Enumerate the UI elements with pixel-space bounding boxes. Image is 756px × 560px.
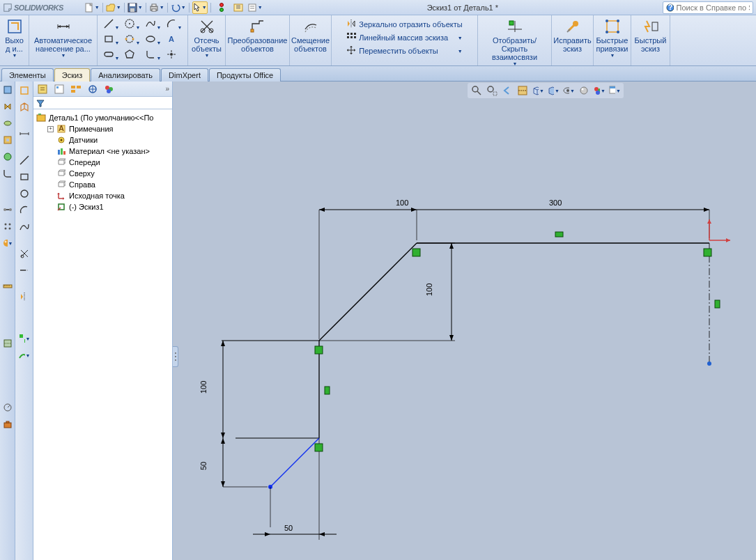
- svg-point-101: [107, 89, 111, 93]
- slot-tool[interactable]: ▼: [103, 49, 120, 61]
- tree-sensors[interactable]: Датчики: [35, 134, 171, 146]
- fillet-feat-icon[interactable]: [2, 168, 13, 179]
- tab-office[interactable]: Продукты Office: [209, 68, 281, 81]
- linear-pattern-button[interactable]: Линейный массив эскиза▼: [345, 31, 463, 44]
- tab-evaluate[interactable]: Анализировать: [91, 68, 160, 81]
- cut-revolve-icon[interactable]: [2, 151, 13, 162]
- undo-button[interactable]: ▼: [171, 1, 186, 14]
- help-search[interactable]: ?: [663, 1, 753, 14]
- circle-tool[interactable]: ▼: [124, 18, 141, 31]
- svg-text:100: 100: [396, 199, 408, 207]
- tree-origin[interactable]: Исходная точка: [35, 190, 171, 201]
- point-tool[interactable]: [166, 49, 183, 61]
- exit-sketch-button[interactable]: Выхо д и... ▼: [3, 17, 25, 59]
- tree-annotations[interactable]: + A Примечания: [35, 123, 171, 134]
- mate-icon[interactable]: [2, 204, 13, 215]
- print-button[interactable]: ▼: [149, 1, 164, 14]
- graphics-area[interactable]: ▼ ▼ ▼ ▼ ▼ 100 300: [173, 81, 756, 560]
- smart-dimension-button[interactable]: Автоматическое нанесение ра... ▼: [33, 17, 93, 59]
- arc2-icon[interactable]: [18, 204, 31, 217]
- svg-rect-110: [63, 151, 65, 155]
- trim-button[interactable]: Отсечь объекты ▼: [190, 17, 223, 59]
- dimension-50-v[interactable]: 50: [199, 438, 268, 487]
- tree-show-icon[interactable]: [36, 83, 49, 95]
- svg-rect-76: [6, 421, 9, 423]
- ellipse-tool[interactable]: ▼: [145, 33, 162, 46]
- circ-icon[interactable]: [18, 187, 31, 200]
- select-button[interactable]: ▼: [192, 1, 208, 14]
- tree-display-icon[interactable]: [86, 83, 99, 95]
- new-button[interactable]: ▼: [84, 1, 100, 14]
- appearance-icon[interactable]: ▼: [2, 238, 13, 249]
- sketch-icon[interactable]: [18, 84, 31, 97]
- line-icon[interactable]: [18, 154, 31, 166]
- tree-front-plane[interactable]: Спереди: [35, 157, 171, 168]
- arc-tool[interactable]: ▼: [166, 18, 183, 31]
- mirror-entities-button[interactable]: Зеркально отразить объекты: [345, 18, 463, 31]
- relations-icon[interactable]: ▼: [18, 332, 31, 345]
- quick-snaps-button[interactable]: Быстрые привязки ▼: [595, 17, 630, 59]
- construct-icon[interactable]: ▼: [18, 349, 31, 361]
- svg-rect-49: [607, 21, 618, 32]
- eval-icon[interactable]: [2, 402, 13, 413]
- properties-button[interactable]: ▼: [247, 1, 263, 14]
- spline2-icon[interactable]: [18, 221, 31, 233]
- text-tool[interactable]: A: [166, 33, 183, 46]
- svg-point-8: [219, 8, 223, 11]
- tree-filter[interactable]: [33, 97, 172, 109]
- section-icon[interactable]: [2, 338, 13, 349]
- tree-collapse-icon[interactable]: »: [165, 85, 169, 93]
- dimension-50-h[interactable]: 50: [253, 524, 337, 536]
- tree-appear-icon[interactable]: [103, 83, 116, 95]
- tree-material[interactable]: Материал <не указан>: [35, 146, 171, 157]
- measure-icon[interactable]: [2, 281, 13, 292]
- expander-icon[interactable]: +: [47, 126, 54, 132]
- fillet-tool[interactable]: ▼: [145, 49, 162, 61]
- line-tool[interactable]: ▼: [103, 18, 120, 31]
- pattern-icon[interactable]: [2, 221, 13, 232]
- sketch-line-diag2-selected[interactable]: [270, 438, 319, 487]
- dimension-100-left[interactable]: 100: [199, 341, 225, 438]
- tree-root[interactable]: Деталь1 (По умолчанию<<По: [35, 112, 171, 123]
- tree-prop-icon[interactable]: [53, 83, 65, 95]
- svg-point-107: [61, 139, 63, 141]
- mirror-icon[interactable]: [18, 290, 31, 303]
- offset-entities-button[interactable]: Смещение объектов: [290, 17, 331, 54]
- revolve-icon[interactable]: [2, 118, 13, 129]
- dim-icon[interactable]: [18, 127, 31, 140]
- extend-icon[interactable]: [18, 264, 31, 277]
- convert-entities-button[interactable]: Преобразование объектов: [226, 17, 289, 54]
- polygon-tool[interactable]: [124, 49, 141, 61]
- tab-features[interactable]: Элементы: [1, 68, 54, 81]
- sketch-canvas[interactable]: 100 300: [173, 81, 756, 560]
- sketch-line-diag1[interactable]: [319, 243, 417, 341]
- dimension-100-top-left[interactable]: 100: [319, 199, 417, 339]
- extrude-icon[interactable]: [2, 101, 13, 112]
- rapid-sketch-button[interactable]: Быстрый эскиз: [633, 17, 668, 54]
- perimeter-circle-tool[interactable]: ▼: [124, 33, 141, 46]
- spline-tool[interactable]: ▼: [145, 18, 162, 31]
- tree-sketch1[interactable]: (-) Эскиз1: [35, 201, 171, 212]
- features-icon[interactable]: [2, 84, 13, 95]
- cut-extrude-icon[interactable]: [2, 134, 13, 146]
- options-button[interactable]: [231, 1, 246, 14]
- rect-icon[interactable]: [18, 171, 31, 183]
- toolbox-icon[interactable]: [2, 419, 13, 430]
- tab-dimxpert[interactable]: DimXpert: [161, 68, 208, 81]
- tree-right-plane[interactable]: Справа: [35, 179, 171, 190]
- open-button[interactable]: ▼: [106, 1, 121, 14]
- help-search-input[interactable]: [677, 3, 750, 12]
- 3dsketch-icon[interactable]: [18, 101, 31, 114]
- svg-rect-91: [55, 85, 63, 93]
- tree-config-icon[interactable]: [70, 83, 82, 95]
- rectangle-tool[interactable]: ▼: [103, 33, 120, 46]
- dimension-100-right[interactable]: 100: [319, 243, 455, 341]
- display-relations-button[interactable]: Отобразить/Скрыть взаимосвязи ▼: [482, 17, 548, 68]
- move-entities-button[interactable]: Переместить объекты▼: [345, 45, 463, 57]
- save-button[interactable]: ▼: [128, 1, 143, 14]
- tab-sketch[interactable]: Эскиз: [54, 68, 90, 81]
- trim2-icon[interactable]: [18, 247, 31, 260]
- rebuild-button[interactable]: [214, 1, 229, 14]
- tree-top-plane[interactable]: Сверху: [35, 168, 171, 179]
- repair-sketch-button[interactable]: Исправить эскиз: [552, 17, 592, 54]
